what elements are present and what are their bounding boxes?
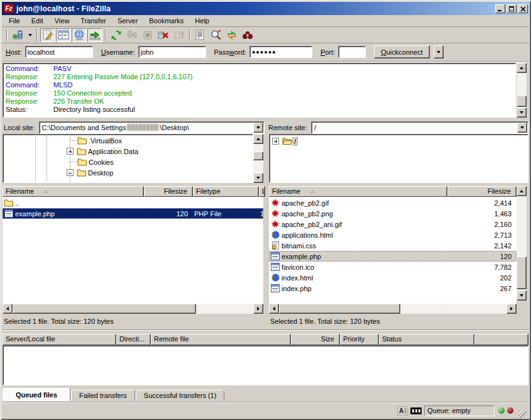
file-row[interactable]: applications.html 2,713 <box>269 229 517 240</box>
menu-help[interactable]: Help <box>189 16 215 26</box>
tree-item-desktop[interactable]: Desktop <box>67 167 114 178</box>
port-input[interactable] <box>338 46 366 58</box>
file-row[interactable]: apache_pb2.png 1,463 <box>269 208 517 219</box>
quickconnect-bar: Host: Username: Password: Port: Quickcon… <box>2 43 529 60</box>
menu-file[interactable]: File <box>3 16 26 26</box>
local-list-hscrollbar[interactable] <box>3 304 263 314</box>
column-direction[interactable]: Directi... <box>116 334 151 345</box>
close-button[interactable] <box>518 4 528 13</box>
remote-site-combo[interactable]: / <box>311 121 528 134</box>
scroll-right-button[interactable] <box>253 304 263 314</box>
scrollbar-thumb[interactable] <box>253 152 263 160</box>
menu-view[interactable]: View <box>49 16 75 26</box>
minimize-button[interactable] <box>495 4 505 13</box>
file-row[interactable]: index.html 202 <box>269 272 517 283</box>
tree-item-cookies[interactable]: Cookies <box>77 157 115 167</box>
host-input[interactable] <box>25 46 93 58</box>
queue-list[interactable] <box>3 345 528 385</box>
column-remote-file[interactable]: Remote file <box>151 334 291 345</box>
menu-bookmarks[interactable]: Bookmarks <box>143 16 189 26</box>
scroll-left-button[interactable] <box>3 304 13 314</box>
column-server-local-file[interactable]: Server/Local file <box>3 334 116 345</box>
local-tree-scrollbar[interactable] <box>253 134 263 183</box>
filter-button[interactable] <box>193 28 208 42</box>
maximize-button[interactable] <box>506 4 517 13</box>
menu-edit[interactable]: Edit <box>26 16 49 26</box>
find-files-button[interactable] <box>240 28 255 42</box>
scrollbar-thumb[interactable] <box>517 257 527 289</box>
file-row[interactable]: index.php 267 <box>269 283 517 294</box>
scroll-left-button[interactable] <box>269 304 279 314</box>
tree-item-application-data[interactable]: Application Data <box>67 146 140 157</box>
scroll-up-button[interactable] <box>253 134 263 144</box>
title-bar[interactable]: Fz john@localhost - FileZilla <box>2 2 529 15</box>
local-site-combo[interactable]: C:\Documents and Settings\Desktop\ <box>39 121 265 134</box>
toggle-log-view-button[interactable] <box>40 28 55 42</box>
scroll-down-button[interactable] <box>517 108 527 118</box>
site-manager-button[interactable] <box>10 28 25 42</box>
file-row[interactable]: apache_pb2_ani.gif 2,160 <box>269 219 517 229</box>
file-row[interactable]: bitnami.css 2,142 <box>269 240 517 251</box>
local-file-list[interactable]: .. example.php 120 PHP File 1 <box>3 197 263 304</box>
tab-queued-files[interactable]: Queued files <box>3 388 70 401</box>
toggle-queue-view-button[interactable] <box>87 28 102 42</box>
file-row-parent-dir[interactable]: .. <box>3 197 263 208</box>
remote-tree[interactable]: / <box>269 134 528 183</box>
scroll-up-button[interactable] <box>517 63 527 73</box>
remote-site-dropdown[interactable] <box>517 123 527 133</box>
cancel-button[interactable] <box>140 28 155 42</box>
speed-limits-icon[interactable] <box>410 406 422 416</box>
file-row-example-php[interactable]: example.php 120 <box>269 251 517 262</box>
menu-transfer[interactable]: Transfer <box>75 16 112 26</box>
remote-file-list[interactable]: apache_pb2.gif 2,414 apache_pb2.png 1,46… <box>269 197 517 304</box>
scrollbar-thumb[interactable] <box>13 304 196 314</box>
tree-item-virtualbox[interactable]: .VirtualBox <box>77 135 123 146</box>
scrollbar-thumb[interactable] <box>517 96 527 107</box>
column-size[interactable]: Size <box>291 334 340 345</box>
message-log[interactable]: Command:PASV Response:227 Entering Passi… <box>3 63 516 118</box>
scroll-right-button[interactable] <box>506 304 517 314</box>
column-filename[interactable]: Filename <box>269 186 447 197</box>
process-queue-button[interactable] <box>124 28 140 42</box>
tab-successful-transfers[interactable]: Successful transfers (1) <box>136 390 225 401</box>
column-status[interactable]: Status <box>379 334 474 345</box>
scroll-down-button[interactable] <box>253 173 263 183</box>
column-filetype[interactable]: Filetype <box>193 186 259 197</box>
scrollbar-thumb[interactable] <box>279 304 400 314</box>
file-row[interactable]: apache_pb2.gif 2,414 <box>269 197 517 208</box>
quickconnect-dropdown[interactable] <box>434 45 444 58</box>
expand-plus-icon[interactable] <box>67 148 74 155</box>
data-type-ascii-icon[interactable]: A <box>397 406 408 416</box>
disconnect-button[interactable] <box>156 28 171 42</box>
file-row-example-php[interactable]: example.php 120 PHP File 1 <box>3 208 263 219</box>
tab-failed-transfers[interactable]: Failed transfers <box>71 390 135 401</box>
expand-plus-icon[interactable] <box>272 138 279 145</box>
quickconnect-button[interactable]: Quickconnect <box>374 45 430 58</box>
toggle-local-tree-button[interactable] <box>56 28 71 42</box>
local-tree[interactable]: .VirtualBox Application Data Cookies Des… <box>3 134 253 183</box>
site-manager-dropdown[interactable] <box>26 28 34 42</box>
collapse-minus-icon[interactable] <box>67 169 74 176</box>
scroll-up-button[interactable] <box>517 186 527 196</box>
file-row[interactable]: favicon.ico 7,782 <box>269 262 517 272</box>
column-filesize[interactable]: Filesize <box>447 186 517 197</box>
tree-item-root[interactable]: / <box>272 136 297 146</box>
username-input[interactable] <box>138 46 206 58</box>
column-priority[interactable]: Priority <box>340 334 379 345</box>
local-site-dropdown[interactable] <box>253 123 263 133</box>
resize-grip[interactable] <box>518 410 527 418</box>
column-filesize[interactable]: Filesize <box>144 186 193 197</box>
log-scrollbar[interactable] <box>517 63 527 118</box>
column-last-modified[interactable]: L <box>259 186 265 197</box>
directory-comparison-button[interactable] <box>209 28 224 42</box>
scroll-down-button[interactable] <box>517 290 527 301</box>
toggle-remote-tree-button[interactable] <box>72 28 87 42</box>
column-filename[interactable]: Filename <box>3 186 144 197</box>
refresh-button[interactable] <box>109 28 124 42</box>
remote-list-hscrollbar[interactable] <box>269 304 517 314</box>
password-input[interactable] <box>249 46 312 58</box>
synchronized-browsing-button[interactable] <box>224 28 239 42</box>
menu-server[interactable]: Server <box>112 16 143 26</box>
reconnect-button[interactable] <box>172 28 187 42</box>
remote-list-vscrollbar[interactable] <box>517 186 527 301</box>
